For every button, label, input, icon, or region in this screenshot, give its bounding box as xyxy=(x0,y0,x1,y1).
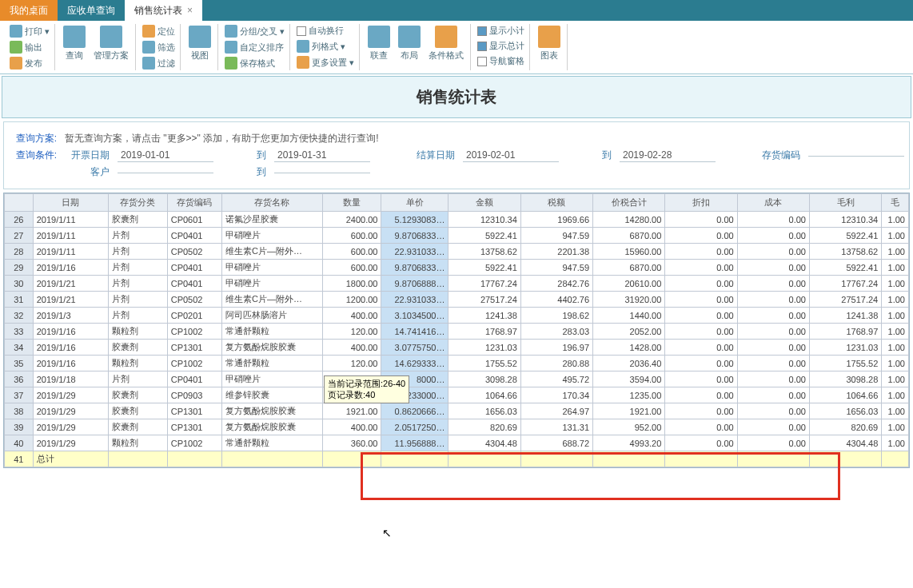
cell[interactable]: 片剂 xyxy=(109,228,168,244)
cell[interactable]: 1656.03 xyxy=(449,403,520,419)
cell[interactable]: 0.00 xyxy=(737,324,809,340)
cell[interactable]: 5922.41 xyxy=(449,228,520,244)
cell[interactable]: 胶囊剂 xyxy=(109,419,168,435)
cell[interactable]: 片剂 xyxy=(109,260,168,276)
cell[interactable]: 2019/1/29 xyxy=(33,419,109,435)
cell[interactable]: CP1002 xyxy=(167,356,221,371)
table-row[interactable]: 342019/1/16胶囊剂CP1301复方氨酚烷胺胶囊400.003.0775… xyxy=(5,340,909,356)
cell[interactable]: 3098.28 xyxy=(809,371,881,387)
clear-filter-button[interactable]: 过滤 xyxy=(141,56,177,70)
locate-button[interactable]: 定位 xyxy=(141,24,177,38)
cell[interactable]: CP1301 xyxy=(167,403,221,419)
grandtotal-toggle[interactable]: 显示总计 xyxy=(476,39,526,53)
table-row[interactable]: 332019/1/16颗粒剂CP1002常通舒颗粒120.0014.741416… xyxy=(5,324,909,340)
settle-date-to[interactable]: 2019-02-28 xyxy=(620,149,716,162)
cell[interactable]: 952.00 xyxy=(593,419,665,435)
cell[interactable]: 1200.00 xyxy=(322,292,381,308)
manage-scheme-button[interactable]: 管理方案 xyxy=(90,24,132,63)
cell[interactable]: 1241.38 xyxy=(449,308,520,324)
cell[interactable]: 0.00 xyxy=(737,260,809,276)
cell[interactable]: 0.00 xyxy=(737,419,809,435)
cell[interactable]: 2019/1/18 xyxy=(33,371,109,387)
cell[interactable]: CP0401 xyxy=(167,371,221,387)
cell[interactable]: 14280.00 xyxy=(593,212,665,228)
cell[interactable]: 胶囊剂 xyxy=(109,340,168,356)
customer-to[interactable] xyxy=(274,171,370,173)
cell[interactable]: 2019/1/29 xyxy=(33,387,109,403)
cell[interactable]: 1768.97 xyxy=(449,324,520,340)
cell[interactable]: 1241.38 xyxy=(809,308,881,324)
cell[interactable]: 4993.20 xyxy=(593,435,665,451)
cell[interactable]: 0.00 xyxy=(737,292,809,308)
cell[interactable]: 1921.00 xyxy=(322,403,381,419)
cell[interactable]: 2019/1/21 xyxy=(33,276,109,292)
cell[interactable]: CP1301 xyxy=(167,419,221,435)
col-header[interactable]: 存货名称 xyxy=(221,194,322,212)
layout-button[interactable]: 布局 xyxy=(395,24,424,63)
cell[interactable]: 0.00 xyxy=(737,387,809,403)
cell[interactable]: 复方氨酚烷胺胶囊 xyxy=(221,419,322,435)
cell[interactable]: 胶囊剂 xyxy=(109,387,168,403)
cell[interactable]: 2842.76 xyxy=(520,276,592,292)
table-row[interactable]: 352019/1/16颗粒剂CP1002常通舒颗粒120.0014.629333… xyxy=(5,356,909,371)
cell[interactable]: 4304.48 xyxy=(809,435,881,451)
cell[interactable]: 0.00 xyxy=(737,212,809,228)
cell[interactable]: 22.931033… xyxy=(381,244,449,260)
tab-sales-stats[interactable]: 销售统计表 × xyxy=(125,0,202,21)
cell[interactable]: 1.00 xyxy=(882,403,909,419)
cell[interactable]: 甲硝唑片 xyxy=(221,228,322,244)
cell[interactable]: 600.00 xyxy=(322,244,381,260)
cell[interactable]: 15960.00 xyxy=(593,244,665,260)
cell[interactable]: 20610.00 xyxy=(593,276,665,292)
cell[interactable]: 6870.00 xyxy=(593,228,665,244)
table-row[interactable]: 372019/1/29胶囊剂CP0903维参锌胶囊20.0053.233000…… xyxy=(5,387,909,403)
cell[interactable]: 9.8706888… xyxy=(381,276,449,292)
cell[interactable]: CP1301 xyxy=(167,340,221,356)
cell[interactable]: 0.00 xyxy=(737,276,809,292)
cell[interactable]: 120.00 xyxy=(322,324,381,340)
cell[interactable]: 片剂 xyxy=(109,371,168,387)
table-row[interactable]: 322019/1/3片剂CP0201阿司匹林肠溶片400.003.1034500… xyxy=(5,308,909,324)
cell[interactable]: 甲硝唑片 xyxy=(221,260,322,276)
cell[interactable]: 3.0775750… xyxy=(381,340,449,356)
cell[interactable]: 14.741416… xyxy=(381,324,449,340)
inv-code-field[interactable] xyxy=(808,154,904,157)
chart-button[interactable]: 图表 xyxy=(535,24,564,63)
filter-button[interactable]: 筛选 xyxy=(141,40,177,54)
cell[interactable]: 12310.34 xyxy=(449,212,520,228)
cell[interactable]: 2201.38 xyxy=(520,244,592,260)
cell[interactable]: 11.956888… xyxy=(381,435,449,451)
cell[interactable]: CP0601 xyxy=(167,212,221,228)
table-row[interactable]: 292019/1/16片剂CP0401甲硝唑片600.009.8706833…5… xyxy=(5,260,909,276)
cell[interactable]: CP0502 xyxy=(167,292,221,308)
cell[interactable]: CP0401 xyxy=(167,276,221,292)
related-query-button[interactable]: 联查 xyxy=(365,24,393,63)
cell[interactable]: 2019/1/16 xyxy=(33,324,109,340)
cell[interactable]: 198.62 xyxy=(520,308,592,324)
cell[interactable]: 1.00 xyxy=(882,340,909,356)
cell[interactable]: 0.00 xyxy=(665,419,737,435)
invoice-date-to[interactable]: 2019-01-31 xyxy=(274,149,370,162)
cell[interactable]: 0.00 xyxy=(665,435,737,451)
col-header[interactable]: 单价 xyxy=(381,194,449,212)
col-header[interactable]: 金额 xyxy=(449,194,520,212)
cell[interactable]: 甲硝唑片 xyxy=(221,276,322,292)
total-row[interactable]: 41总计 xyxy=(5,451,909,467)
col-header[interactable]: 存货分类 xyxy=(109,194,168,212)
cell[interactable]: 1.00 xyxy=(882,371,909,387)
cell[interactable]: 1.00 xyxy=(882,260,909,276)
settle-date-from[interactable]: 2019-02-01 xyxy=(463,149,559,162)
cell[interactable]: 1768.97 xyxy=(809,324,881,340)
cell[interactable]: 2019/1/11 xyxy=(33,244,109,260)
cell[interactable]: CP0401 xyxy=(167,260,221,276)
cell[interactable]: 1.00 xyxy=(882,212,909,228)
cell[interactable]: 2019/1/16 xyxy=(33,340,109,356)
cell[interactable]: 22.931033… xyxy=(381,292,449,308)
cell[interactable]: 820.69 xyxy=(449,419,520,435)
cell[interactable]: 0.00 xyxy=(665,308,737,324)
cell[interactable]: 495.72 xyxy=(520,371,592,387)
cell[interactable]: 0.00 xyxy=(665,324,737,340)
cell[interactable]: CP1002 xyxy=(167,435,221,451)
cell[interactable]: 0.00 xyxy=(665,244,737,260)
cell[interactable]: 0.8620666… xyxy=(381,403,449,419)
